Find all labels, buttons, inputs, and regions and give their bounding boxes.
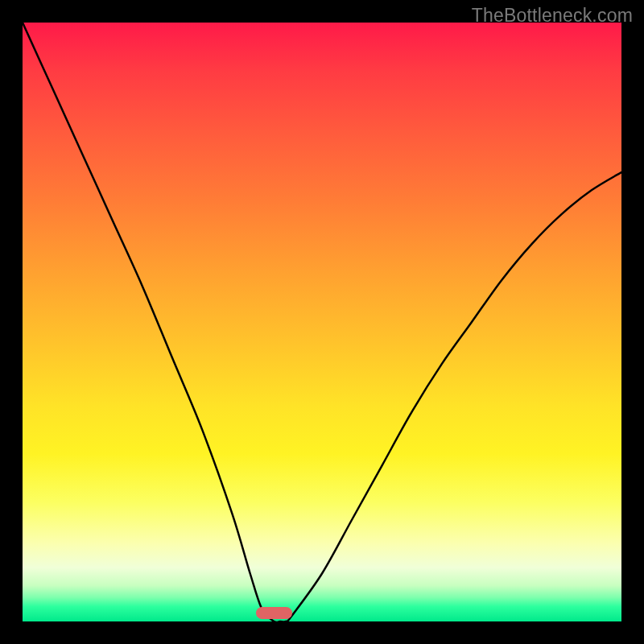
chart-frame: TheBottleneck.com	[0, 0, 644, 644]
optimal-marker	[256, 607, 292, 619]
bottleneck-curve	[23, 23, 621, 621]
curve-path	[23, 23, 621, 621]
chart-plot-area	[23, 23, 621, 621]
